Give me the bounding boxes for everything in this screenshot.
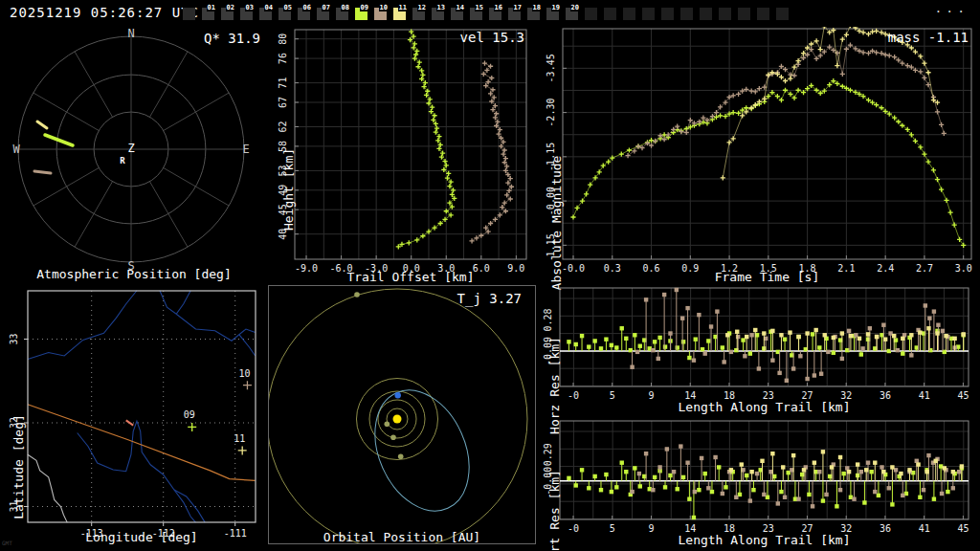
svg-text:80: 80 xyxy=(278,33,288,45)
compass-east-label: E xyxy=(242,143,249,156)
frame-number: 07 xyxy=(322,4,331,11)
frame-number: 20 xyxy=(570,4,580,11)
frame-box-empty-28[interactable] xyxy=(719,8,731,20)
frame-number: 18 xyxy=(532,4,542,11)
frame-box-empty-29[interactable] xyxy=(738,8,750,20)
svg-text:71: 71 xyxy=(278,77,288,89)
panel-ground-map: 091011-113-112-111313233 Latitude [deg] … xyxy=(0,285,268,551)
frame-number: 14 xyxy=(456,4,465,11)
orbital-diagram xyxy=(268,286,536,550)
zenith-marker: Z xyxy=(127,142,134,155)
frame-box-empty-31[interactable] xyxy=(776,8,789,20)
frame-box-empty-30[interactable] xyxy=(757,8,769,20)
horz-res-plot: -05914182327323641450.28-0.09 xyxy=(543,288,969,401)
frame-number: 09 xyxy=(360,4,369,11)
vert-res-xlabel: Length Along Trail [km] xyxy=(560,533,969,547)
frame-box-18[interactable]: 18 xyxy=(527,8,540,20)
frame-box-17[interactable]: 17 xyxy=(508,8,521,20)
svg-text:33: 33 xyxy=(9,333,19,344)
mass-value: mass -1.11 xyxy=(888,30,969,45)
panel-horizontal-residuals: -05914182327323641450.28-0.09 Horz Res [… xyxy=(536,285,980,418)
tisserand-value: T_j 3.27 xyxy=(457,291,522,306)
horz-res-xlabel: Length Along Trail [km] xyxy=(560,400,969,414)
fireball-analysis-app: 20251219 05:26:27 UTC 010203040506070809… xyxy=(0,0,980,551)
frame-box-11[interactable]: 11 xyxy=(393,8,406,20)
frame-number: 16 xyxy=(494,4,503,11)
frame-number: 12 xyxy=(417,4,427,11)
svg-text:0.29: 0.29 xyxy=(543,443,553,466)
frame-box-03[interactable]: 03 xyxy=(240,8,253,20)
frame-box-15[interactable]: 15 xyxy=(470,8,482,20)
panel-trail-offset: -9.0-6.0-3.00.03.06.09.04045495358626771… xyxy=(268,27,536,285)
frame-box-01[interactable]: 01 xyxy=(202,8,214,20)
frame-box-06[interactable]: 06 xyxy=(298,8,310,20)
q-star-value: Q* 31.9 xyxy=(204,31,260,46)
atmospheric-caption: Atmospheric Position [deg] xyxy=(0,267,268,281)
svg-text:67: 67 xyxy=(278,97,288,108)
map-plot: 091011-113-112-111313233 xyxy=(9,291,256,539)
frame-number: 19 xyxy=(551,4,561,11)
frame-number: 15 xyxy=(475,4,484,11)
compass-west-label: W xyxy=(12,143,19,156)
frame-number: 02 xyxy=(226,4,235,11)
frame-number: 08 xyxy=(341,4,350,11)
frame-box-08[interactable]: 08 xyxy=(336,8,348,20)
panel-orbital-position: T_j 3.27 Orbital Position [AU] xyxy=(268,285,536,551)
frame-number: 03 xyxy=(245,4,255,11)
frame-number: 17 xyxy=(513,4,523,11)
top-bar: 20251219 05:26:27 UTC 010203040506070809… xyxy=(0,0,980,27)
trail-xlabel: Trail Offset [km] xyxy=(295,270,526,284)
frame-box-19[interactable]: 19 xyxy=(546,8,559,20)
frame-number: 04 xyxy=(264,4,274,11)
frame-number: 01 xyxy=(207,4,216,11)
svg-text:-3.45: -3.45 xyxy=(546,54,556,82)
vert-res-plot: -05914182327323641450.29-0.00 xyxy=(543,421,969,534)
frame-box-empty-25[interactable] xyxy=(661,8,674,20)
frame-box-10[interactable]: 10 xyxy=(374,8,387,20)
frame-box-14[interactable]: 14 xyxy=(451,8,463,20)
svg-text:09: 09 xyxy=(184,409,195,420)
svg-text:0.28: 0.28 xyxy=(543,308,553,331)
orbital-caption: Orbital Position [AU] xyxy=(268,530,536,544)
trail-offset-plot: -9.0-6.0-3.00.03.06.09.04045495358626771… xyxy=(278,29,526,274)
frame-box-13[interactable]: 13 xyxy=(432,8,444,20)
frame-box-20[interactable]: 20 xyxy=(566,8,578,20)
svg-text:62: 62 xyxy=(278,121,288,132)
gmt-watermark: GMT xyxy=(2,540,12,546)
compass-north-label: N xyxy=(127,27,134,40)
frame-box-empty-0[interactable] xyxy=(183,8,195,20)
map-ylabel: Latitude [deg] xyxy=(11,414,26,519)
svg-text:10: 10 xyxy=(238,368,250,379)
velocity-value: vel 15.3 xyxy=(460,30,524,45)
frame-box-02[interactable]: 02 xyxy=(221,8,234,20)
svg-text:11: 11 xyxy=(234,433,245,444)
frame-box-04[interactable]: 04 xyxy=(259,8,272,20)
frame-box-12[interactable]: 12 xyxy=(412,8,425,20)
magnitude-ylabel: Absolute Magnitude xyxy=(549,156,564,291)
frame-box-empty-27[interactable] xyxy=(700,8,712,20)
trail-ylabel: Height [km] xyxy=(281,148,296,231)
frame-box-07[interactable]: 07 xyxy=(317,8,329,20)
frame-number: 10 xyxy=(379,4,389,11)
frame-number: 05 xyxy=(283,4,293,11)
frame-box-05[interactable]: 05 xyxy=(278,8,291,20)
radiant-marker: R xyxy=(120,156,124,165)
frame-box-empty-21[interactable] xyxy=(585,8,597,20)
utc-timestamp: 20251219 05:26:27 UTC xyxy=(10,5,199,20)
frame-box-empty-23[interactable] xyxy=(623,8,635,20)
frame-box-16[interactable]: 16 xyxy=(489,8,501,20)
svg-text:76: 76 xyxy=(278,53,288,64)
overflow-menu-icon[interactable]: ... xyxy=(935,1,969,15)
panel-vertical-residuals: -05914182327323641450.29-0.00 Vert Res [… xyxy=(536,418,980,551)
frame-number: 13 xyxy=(436,4,446,11)
frame-box-empty-26[interactable] xyxy=(680,8,693,20)
frame-box-empty-24[interactable] xyxy=(642,8,655,20)
magnitude-plot: -0.00.30.60.91.21.51.82.12.42.73.0-3.45-… xyxy=(546,27,972,274)
frame-number: 06 xyxy=(302,4,312,11)
frame-box-empty-22[interactable] xyxy=(604,8,616,20)
panel-atmospheric-position: Q* 31.9 N E S W Z R Atmospheric Position… xyxy=(0,27,268,285)
magnitude-xlabel: Frame Time [s] xyxy=(563,270,971,284)
frame-box-09[interactable]: 09 xyxy=(355,8,368,20)
svg-text:-2.30: -2.30 xyxy=(546,99,556,127)
map-xlabel: Longitude [deg] xyxy=(28,530,256,544)
